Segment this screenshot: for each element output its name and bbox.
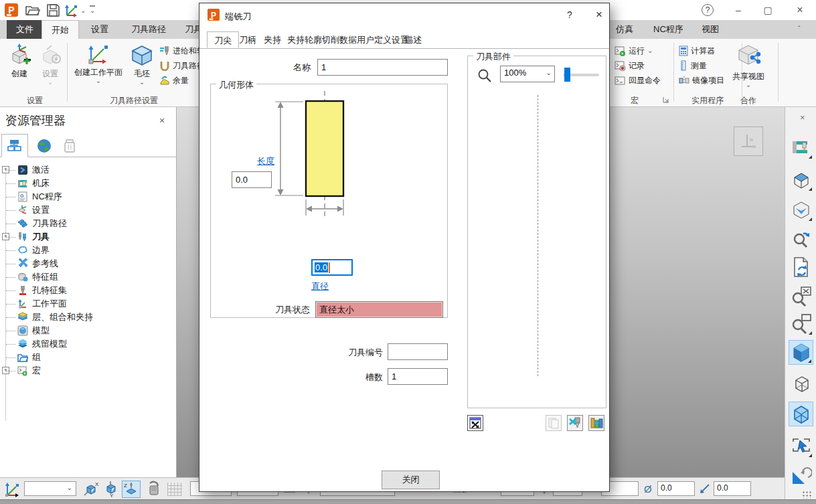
dialog-title-bar[interactable]: P 端铣刀 ? × bbox=[199, 3, 609, 27]
resize-grip[interactable] bbox=[802, 491, 811, 499]
maximize-button[interactable]: ▢ bbox=[758, 3, 778, 17]
grid-toggle-icon[interactable] bbox=[167, 483, 182, 496]
zoom-fit-icon[interactable] bbox=[789, 284, 813, 309]
tree-item-boundaries[interactable]: 边界 bbox=[0, 244, 177, 257]
tree-item-models[interactable]: 模型 bbox=[0, 324, 177, 337]
tree-item-nc-programs[interactable]: G NC程序 bbox=[0, 190, 177, 203]
delete-tool-component-button[interactable] bbox=[567, 415, 583, 431]
open-file-icon[interactable] bbox=[24, 2, 42, 18]
fit-preview-button[interactable] bbox=[467, 415, 483, 431]
help-button[interactable]: ? bbox=[702, 4, 714, 16]
machine-view-icon[interactable] bbox=[789, 135, 813, 160]
name-input[interactable] bbox=[317, 59, 448, 76]
svg-text:Y: Y bbox=[110, 493, 114, 498]
macro-run-button[interactable]: 运行⌄ bbox=[615, 44, 653, 58]
shaded-view-icon[interactable] bbox=[789, 340, 813, 365]
view-along-z-icon[interactable]: Z bbox=[122, 481, 141, 498]
dialog-help-button[interactable]: ? bbox=[567, 9, 572, 20]
zoom-rotate-icon[interactable] bbox=[789, 227, 813, 252]
explorer-close-icon[interactable]: × bbox=[159, 115, 165, 126]
dialog-close-button[interactable]: 关闭 bbox=[382, 471, 440, 489]
tab-home[interactable]: 开始 bbox=[42, 20, 79, 39]
zoom-box-icon[interactable] bbox=[789, 311, 813, 336]
shaded-wireframe-view-icon[interactable] bbox=[789, 402, 813, 426]
workplane-quick-icon[interactable] bbox=[63, 2, 80, 18]
minimize-button[interactable]: – bbox=[728, 3, 748, 17]
view-along-x-icon[interactable]: X bbox=[82, 481, 99, 498]
tab-nc-program[interactable]: NC程序 bbox=[644, 20, 693, 39]
tab-setup[interactable]: 设置 bbox=[82, 20, 118, 39]
tab-view[interactable]: 视图 bbox=[692, 20, 728, 39]
macro-echo-button[interactable]: 回显命令 bbox=[615, 74, 661, 87]
tree-item-feature-groups[interactable]: 特征组 bbox=[0, 270, 177, 284]
create-button[interactable]: 创建 bbox=[5, 43, 33, 80]
flutes-input[interactable] bbox=[388, 368, 448, 385]
view-from-top-icon[interactable] bbox=[789, 167, 813, 192]
tree-item-macros[interactable]: + 宏 bbox=[0, 364, 177, 377]
dialog-tab-tip[interactable]: 刀尖 bbox=[207, 31, 239, 48]
view-toolbar: × bbox=[785, 107, 816, 504]
undo-view-icon[interactable] bbox=[789, 463, 813, 488]
shared-view-button[interactable]: 共享视图 ⌄ bbox=[727, 41, 770, 88]
zoom-slider-handle[interactable] bbox=[564, 68, 570, 82]
tree-item-patterns[interactable]: 参考线 bbox=[0, 257, 177, 270]
dialog-close-icon[interactable]: × bbox=[596, 8, 602, 21]
select-tool-icon[interactable] bbox=[789, 434, 813, 458]
tree-item-machine[interactable]: 机床 bbox=[0, 177, 177, 190]
tool-database-button[interactable] bbox=[588, 415, 604, 431]
workplane-ghost-button bbox=[734, 127, 763, 156]
diameter-symbol-icon: Ø bbox=[644, 483, 652, 495]
iso-view-icon[interactable] bbox=[789, 197, 813, 222]
wireframe-view-icon[interactable] bbox=[789, 371, 813, 396]
tool-components-group-label: 刀具部件 bbox=[473, 51, 513, 63]
statusbar-diameter-field[interactable]: 0.0 bbox=[657, 481, 695, 496]
length-link[interactable]: 长度 bbox=[257, 155, 274, 167]
ribbon-collapse-chevron[interactable]: ˆ bbox=[798, 25, 801, 33]
setup-button: 设置 ⌄ bbox=[36, 43, 64, 85]
tab-toolpath[interactable]: 刀具路径 bbox=[122, 20, 175, 39]
macro-record-button[interactable]: 记录 bbox=[615, 59, 645, 72]
tab-simulation[interactable]: 仿真 bbox=[606, 20, 643, 39]
tab-file[interactable]: 文件 bbox=[7, 20, 43, 39]
diameter-link[interactable]: 直径 bbox=[311, 280, 329, 292]
statusbar-angle-field[interactable]: 0.0 bbox=[714, 481, 751, 496]
tree-item-groups[interactable]: 组 bbox=[0, 351, 177, 364]
calculator-button[interactable]: 计算器 bbox=[679, 44, 715, 58]
block-button[interactable]: 毛坯 ⌄ bbox=[127, 43, 157, 85]
mirror-project-button[interactable]: 镜像项目 bbox=[679, 74, 724, 87]
thickness-button[interactable]: 余量 bbox=[159, 74, 189, 87]
statusbar-workplane-icon[interactable] bbox=[4, 481, 21, 498]
tree-item-setup[interactable]: 设置 bbox=[0, 203, 177, 217]
app-logo-icon[interactable]: P bbox=[3, 2, 20, 18]
length-input[interactable] bbox=[232, 171, 272, 188]
refresh-page-icon[interactable] bbox=[789, 254, 813, 279]
macro-group-label: 宏 bbox=[621, 95, 648, 106]
dialog-tabs: 刀尖 刀柄 夹持 夹持轮廓 切削数据 用户定义设置 描述 bbox=[199, 31, 609, 49]
tool-number-input[interactable] bbox=[388, 343, 448, 360]
tree-item-stock-models[interactable]: 残留模型 bbox=[0, 337, 177, 351]
tree-item-workplanes[interactable]: 工作平面 bbox=[0, 297, 177, 311]
save-icon[interactable] bbox=[44, 2, 62, 18]
workplane-combo[interactable]: ⌄ bbox=[24, 481, 76, 496]
workplane-dropdown-chevron[interactable]: ⌄ bbox=[80, 8, 86, 13]
qat-overflow-icon[interactable]: ⌄ bbox=[90, 5, 95, 14]
view-along-y-icon[interactable]: Y bbox=[102, 481, 119, 498]
clamp-icon[interactable] bbox=[145, 481, 161, 498]
zoom-level-combo[interactable]: 100%⌄ bbox=[500, 66, 555, 82]
window-close-button[interactable]: × bbox=[790, 3, 810, 17]
tree-item-hole-feature-sets[interactable]: 孔特征集 bbox=[0, 284, 177, 297]
create-workplane-button[interactable]: 创建工作平面 ⌄ bbox=[71, 43, 126, 84]
svg-text:G: G bbox=[20, 193, 24, 198]
tree-item-toolpaths[interactable]: 刀具路径 bbox=[0, 217, 177, 230]
macro-dialog-launcher-icon[interactable] bbox=[663, 96, 669, 103]
explorer-web-tab[interactable] bbox=[31, 134, 58, 157]
tree-item-active[interactable]: + 激活 bbox=[0, 163, 177, 177]
tree-item-tools[interactable]: + 刀具 bbox=[0, 230, 177, 244]
dialog-tab-description[interactable]: 描述 bbox=[398, 31, 428, 48]
collaboration-group-label: 合作 bbox=[727, 95, 770, 106]
measure-button[interactable]: 测量 bbox=[679, 59, 707, 72]
explorer-tree-tab[interactable] bbox=[1, 134, 28, 157]
diameter-input[interactable]: 0.0 bbox=[311, 259, 353, 276]
view-toolbar-close-icon[interactable]: × bbox=[800, 112, 805, 122]
tree-item-levels-sets[interactable]: 层、组合和夹持 bbox=[0, 311, 177, 324]
